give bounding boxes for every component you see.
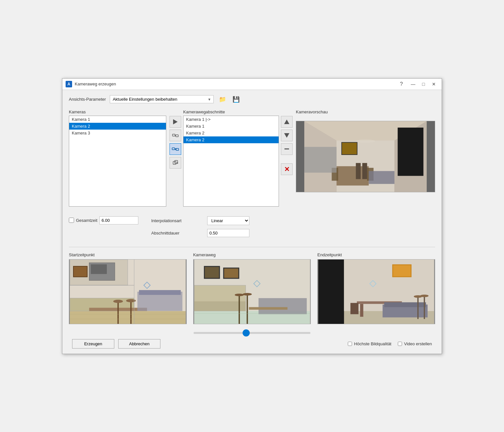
- svg-point-60: [243, 293, 252, 295]
- svg-rect-0: [172, 134, 175, 136]
- svg-rect-61: [258, 298, 307, 314]
- up-arrow-icon: [284, 120, 289, 124]
- remove-button[interactable]: [281, 143, 293, 155]
- bottom-buttons: Erzeugen Abbrechen Höchste Bildqualität …: [69, 339, 435, 349]
- main-window: A Kameraweg erzeugen ? — □ ✕ Ansichts-Pa…: [62, 78, 442, 354]
- total-time-input[interactable]: [99, 216, 138, 224]
- move-down-button[interactable]: [281, 130, 293, 141]
- path-preview-image: [193, 259, 311, 324]
- total-time-label: Gesamtzeit: [76, 218, 97, 223]
- interpolation-dropdown[interactable]: Linear Kubisch Konstant: [207, 216, 249, 225]
- svg-rect-70: [393, 265, 410, 276]
- close-button[interactable]: ✕: [429, 81, 438, 88]
- section-duration-row: Abschnittdauer: [151, 229, 249, 237]
- list-item[interactable]: Kamera 2: [183, 136, 279, 143]
- svg-rect-4: [172, 148, 175, 150]
- start-scene-svg: [69, 260, 186, 324]
- cameras-list[interactable]: Kamera 1 Kamera 2 Kamera 3: [69, 116, 166, 207]
- list-item[interactable]: Kamera 2: [183, 130, 279, 136]
- app-icon: A: [66, 81, 72, 87]
- svg-rect-67: [318, 260, 344, 324]
- svg-rect-23: [369, 171, 394, 184]
- help-button[interactable]: ?: [397, 81, 406, 88]
- path-list-column: Kamerawegabschnitte Kamera 1 |-> Kamera …: [183, 109, 279, 207]
- window-controls: — □ ✕: [409, 81, 438, 88]
- titlebar: A Kameraweg erzeugen ? — □ ✕: [62, 79, 442, 90]
- save-icon: 💾: [233, 96, 240, 103]
- timeline-slider-track: [194, 332, 310, 334]
- list-item[interactable]: Kamera 2: [69, 123, 166, 130]
- add-camera-button[interactable]: [170, 116, 181, 128]
- start-preview-image: [69, 259, 187, 324]
- svg-point-81: [420, 294, 429, 297]
- generate-button[interactable]: Erzeugen: [72, 339, 114, 349]
- list-item[interactable]: Kamera 1 |->: [183, 116, 279, 123]
- svg-point-59: [235, 293, 244, 296]
- svg-rect-32: [91, 264, 107, 274]
- svg-rect-72: [360, 304, 363, 317]
- end-label: Endzeitpunkt: [317, 252, 435, 257]
- start-label: Startzeitpunkt: [69, 252, 187, 257]
- path-scene-svg: [194, 260, 311, 324]
- svg-marker-28: [70, 311, 185, 324]
- list-item[interactable]: Kamera 1: [69, 116, 166, 123]
- minus-icon: [284, 148, 289, 149]
- svg-rect-77: [384, 302, 426, 307]
- create-video-option[interactable]: Video erstellen: [398, 341, 432, 346]
- create-video-checkbox[interactable]: [398, 342, 402, 346]
- divider: [69, 247, 435, 247]
- slider-row: [69, 329, 435, 334]
- open-folder-button[interactable]: 📁: [218, 95, 227, 104]
- insert-active-button[interactable]: [170, 143, 181, 155]
- path-sections-label: Kamerawegabschnitte: [183, 109, 279, 114]
- transition-icon: [171, 132, 179, 139]
- nav-buttons: ✕: [281, 109, 293, 175]
- path-sections-list[interactable]: Kamera 1 |-> Kamera 1 Kamera 2 Kamera 2: [183, 116, 279, 207]
- svg-rect-22: [342, 143, 357, 154]
- maximize-button[interactable]: □: [419, 81, 428, 88]
- x-mark-icon: ✕: [284, 165, 290, 173]
- delete-button[interactable]: ✕: [281, 163, 293, 175]
- svg-rect-52: [205, 267, 219, 278]
- ansichts-parameter-label: Ansichts-Parameter: [69, 97, 106, 102]
- svg-point-39: [113, 299, 123, 303]
- camera-preview-label: Kameravorschau: [296, 109, 435, 114]
- cameras-label: Kameras: [69, 109, 166, 114]
- list-item[interactable]: Kamera 1: [183, 123, 279, 130]
- interpolation-label: Interpolationsart: [151, 218, 203, 223]
- minimize-button[interactable]: —: [409, 81, 418, 88]
- highest-quality-checkbox[interactable]: [348, 342, 352, 346]
- svg-rect-1: [176, 135, 178, 137]
- parameter-dropdown-wrapper: Aktuelle Einstellungen beibehalten ▼: [110, 95, 214, 103]
- folder-icon: 📁: [219, 96, 226, 103]
- highest-quality-option[interactable]: Höchste Bildqualität: [348, 341, 391, 346]
- preview-scene-svg: [296, 121, 435, 192]
- window-title: Kameraweg erzeugen: [75, 82, 394, 86]
- end-preview-panel: Endzeitpunkt: [317, 252, 435, 324]
- svg-rect-74: [350, 303, 359, 314]
- parameter-dropdown[interactable]: Aktuelle Einstellungen beibehalten: [110, 95, 214, 103]
- path-label: Kameraweg: [193, 252, 311, 257]
- duplicate-button[interactable]: [170, 157, 181, 169]
- list-item[interactable]: Kamera 3: [69, 130, 166, 136]
- insert-transition-button[interactable]: [170, 130, 181, 141]
- svg-rect-24: [356, 163, 361, 179]
- total-time-group: Gesamtzeit: [69, 216, 138, 224]
- move-up-button[interactable]: [281, 116, 293, 128]
- highest-quality-label: Höchste Bildqualität: [354, 341, 391, 346]
- arrow-right-icon: [173, 119, 178, 124]
- total-time-checkbox[interactable]: [69, 218, 74, 223]
- timeline-slider-thumb[interactable]: [243, 329, 250, 337]
- end-preview-image: [317, 259, 435, 324]
- save-button[interactable]: 💾: [231, 95, 241, 104]
- cancel-button[interactable]: Abbrechen: [118, 339, 160, 349]
- svg-rect-56: [194, 301, 246, 311]
- interpolation-dropdown-wrapper: Linear Kubisch Konstant: [207, 216, 249, 225]
- insert-active-icon: [171, 145, 179, 153]
- camera-preview-column: Kameravorschau: [296, 109, 435, 207]
- section-duration-input[interactable]: [207, 229, 249, 237]
- svg-rect-20: [304, 147, 336, 172]
- svg-rect-35: [74, 266, 87, 276]
- create-video-label: Video erstellen: [404, 341, 432, 346]
- interpolation-section: Interpolationsart Linear Kubisch Konstan…: [151, 216, 249, 237]
